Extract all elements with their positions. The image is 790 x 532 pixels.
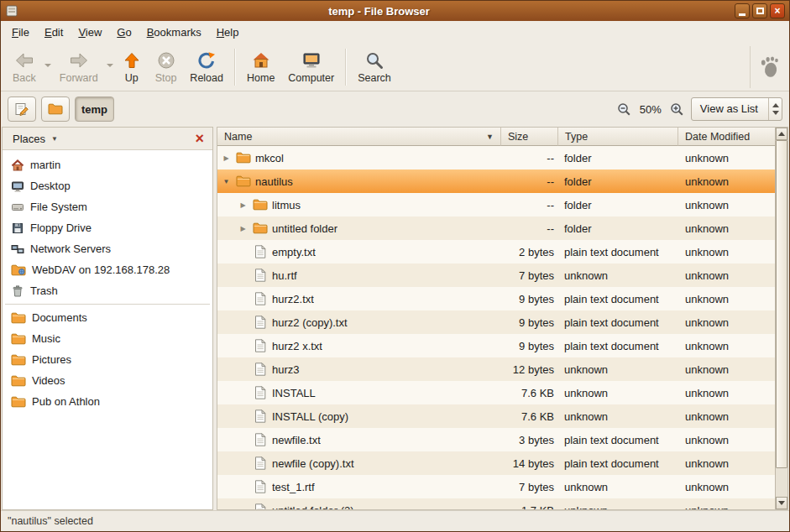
titlebar[interactable]: temp - File Browser × [1,1,789,21]
file-type: unknown [558,381,678,404]
sidebar-close-button[interactable]: × [191,131,207,146]
column-header-name[interactable]: Name ▼ [217,128,501,146]
menu-help[interactable]: Help [209,23,247,42]
places-dropdown[interactable]: Places ▼ [8,131,63,147]
file-row-mkcol[interactable]: ▶mkcol--folderunknown [217,146,775,170]
sort-descending-icon: ▼ [486,133,494,141]
file-size: 1.7 KB [501,498,558,509]
file-size: 9 bytes [501,310,558,334]
name-cell: hurz3 [217,357,501,381]
column-header-size[interactable]: Size [501,128,558,146]
file-row-hurz2-copy-txt[interactable]: hurz2 (copy).txt9 bytesplain text docume… [217,310,775,334]
name-cell: hu.rtf [217,263,501,287]
close-button[interactable]: × [770,3,785,18]
vertical-scrollbar[interactable] [775,128,787,509]
forward-history-dropdown[interactable] [105,50,115,84]
file-row-hu-rtf[interactable]: hu.rtf7 bytesunknownunknown [217,263,775,287]
name-cell: hurz2 (copy).txt [217,310,501,334]
file-date-modified: unknown [678,216,775,240]
expander-collapsed-icon[interactable]: ▶ [238,225,249,232]
file-icon [253,480,268,493]
sidebar-item-floppy-drive[interactable]: Floppy Drive [3,217,212,238]
view-mode-select[interactable]: View as List [691,97,782,121]
home-button[interactable]: Home [240,48,281,86]
computer-button[interactable]: Computer [281,48,341,86]
file-date-modified: unknown [678,263,775,287]
zoom-in-button[interactable] [668,101,686,118]
minimize-button[interactable] [735,3,750,18]
stop-button[interactable]: Stop [149,48,184,86]
column-header-type[interactable]: Type [558,128,678,146]
sidebar-item-music[interactable]: Music [3,328,212,349]
file-row-empty-txt[interactable]: empty.txt2 bytesplain text documentunkno… [217,240,775,263]
toolbar-separator [234,49,236,86]
forward-button[interactable]: Forward [53,48,105,86]
sidebar-item-label: File System [30,201,87,213]
edit-location-button[interactable] [8,96,36,122]
file-name: untitled folder (2) [272,504,354,510]
toolbar-separator [345,49,347,86]
sidebar-item-videos[interactable]: Videos [3,370,212,391]
sidebar-item-webdav-on-192-168-178-28[interactable]: WebDAV on 192.168.178.28 [3,259,212,280]
expander-collapsed-icon[interactable]: ▶ [221,154,232,162]
sidebar-item-documents[interactable]: Documents [3,307,212,328]
menu-view[interactable]: View [71,23,109,42]
up-button[interactable]: Up [115,48,149,86]
expander-expanded-icon[interactable]: ▼ [221,178,232,185]
file-size: 7 bytes [501,475,558,498]
file-row-nautilus[interactable]: ▼nautilus--folderunknown [217,170,775,193]
file-row-litmus[interactable]: ▶litmus--folderunknown [217,193,775,216]
file-row-test-1-rtf[interactable]: test_1.rtf7 bytesunknownunknown [217,475,775,498]
file-date-modified: unknown [678,287,775,310]
back-history-dropdown[interactable] [43,50,53,84]
sidebar-item-network-servers[interactable]: Network Servers [3,238,212,259]
up-arrow-icon [122,50,142,70]
path-root-button[interactable] [41,96,70,122]
menu-edit[interactable]: Edit [37,23,71,42]
sidebar-item-label: Pictures [32,353,71,366]
scrollbar-track[interactable] [776,140,787,497]
sidebar-item-pub-on-athlon[interactable]: Pub on Athlon [3,391,212,412]
file-size: 2 bytes [501,240,558,263]
file-row-hurz2-txt[interactable]: hurz2.txt9 bytesplain text documentunkno… [217,287,775,310]
column-header-date-modified[interactable]: Date Modified [678,128,775,146]
scroll-down-button[interactable] [776,497,787,509]
sidebar-item-martin[interactable]: martin [3,154,212,175]
file-row-untitled-folder-2[interactable]: untitled folder (2)1.7 KBunknownunknown [217,498,775,509]
stepper-down-icon [772,111,779,118]
file-row-hurz2-x-txt[interactable]: hurz2 x.txt9 bytesplain text documentunk… [217,334,775,357]
file-row-untitled-folder[interactable]: ▶untitled folder--folderunknown [217,216,775,240]
file-row-hurz3[interactable]: hurz312 bytesunknownunknown [217,357,775,381]
folder-icon [253,199,268,211]
file-browser-window: temp - File Browser × File Edit View Go … [0,0,790,532]
sidebar-item-pictures[interactable]: Pictures [3,349,212,370]
maximize-button[interactable] [752,3,767,18]
file-row-install[interactable]: INSTALL7.6 KBunknownunknown [217,381,775,404]
scrollbar-thumb[interactable] [776,140,787,468]
name-cell: ▼nautilus [217,170,501,193]
file-type: folder [558,146,678,170]
file-name: hurz2 x.txt [272,340,322,352]
sidebar-item-desktop[interactable]: Desktop [3,175,212,196]
name-cell: INSTALL [217,381,501,404]
search-button[interactable]: Search [351,48,398,86]
back-button[interactable]: Back [6,48,43,86]
file-row-install-copy[interactable]: INSTALL (copy)7.6 KBunknownunknown [217,404,775,428]
file-name: newfile (copy).txt [272,457,354,470]
view-mode-steppers[interactable] [768,98,782,120]
file-row-newfile-txt[interactable]: newfile.txt3 bytesplain text documentunk… [217,428,775,451]
desktop-icon [11,180,24,193]
sidebar-item-trash[interactable]: Trash [3,280,212,301]
file-row-newfile-copy-txt[interactable]: newfile (copy).txt14 bytesplain text doc… [217,451,775,475]
menu-file[interactable]: File [4,23,37,42]
menu-go[interactable]: Go [109,23,139,42]
reload-button[interactable]: Reload [183,48,230,86]
menu-bookmarks[interactable]: Bookmarks [139,23,209,42]
file-date-modified: unknown [678,146,775,170]
scroll-up-button[interactable] [776,128,787,140]
expander-collapsed-icon[interactable]: ▶ [238,201,249,209]
file-icon [253,386,268,399]
zoom-out-button[interactable] [615,101,633,118]
path-current-button[interactable]: temp [75,96,114,122]
sidebar-item-file-system[interactable]: File System [3,196,212,217]
